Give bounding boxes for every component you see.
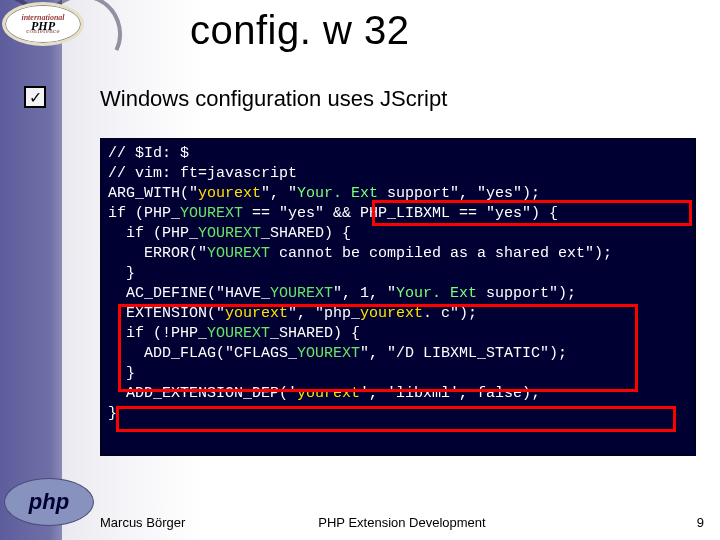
code-line-4c: == "yes" xyxy=(243,205,324,222)
code-kw-yourext-upper: YOUREXT xyxy=(180,205,243,222)
code-line-11a: ADD_FLAG("CFLAGS_ xyxy=(108,345,297,362)
code-kw: Your. Ext xyxy=(396,285,477,302)
code-line-13c: ', 'libxml', false); xyxy=(360,385,540,402)
checkmark-icon: ✓ xyxy=(29,88,42,107)
slide: international PHP conference ✓ config. w… xyxy=(0,0,720,540)
footer: Marcus Börger PHP Extension Development … xyxy=(100,515,704,530)
code-line-8c: ", 1, " xyxy=(333,285,396,302)
code-line-2: // vim: ft=javascript xyxy=(108,165,297,182)
code-line-3e: support", "yes"); xyxy=(378,185,540,202)
code-line-9c: ", "php_ xyxy=(288,305,360,322)
code-line-9a: EXTENSION(" xyxy=(108,305,225,322)
footer-author: Marcus Börger xyxy=(100,515,185,530)
code-kw: yourext xyxy=(225,305,288,322)
code-kw: YOUREXT xyxy=(207,245,270,262)
code-line-4d: && PHP_LIBXML == "yes") xyxy=(324,205,540,222)
code-line-4e: { xyxy=(540,205,558,222)
code-line-5a: if (PHP_ xyxy=(108,225,198,242)
conference-badge: international PHP conference xyxy=(2,2,84,46)
slide-title: config. w 32 xyxy=(190,8,409,53)
code-line-1: // $Id: $ xyxy=(108,145,189,162)
code-line-5c: _SHARED) { xyxy=(261,225,351,242)
footer-title: PHP Extension Development xyxy=(318,515,485,530)
code-kw: YOUREXT xyxy=(198,225,261,242)
code-line-6a: ERROR(" xyxy=(108,245,207,262)
code-line-10a: if (!PHP_ xyxy=(108,325,207,342)
slide-subtitle: Windows configuration uses JScript xyxy=(100,86,447,112)
code-kw: YOUREXT xyxy=(207,325,270,342)
code-kw: YOUREXT xyxy=(297,345,360,362)
highlight-box-3 xyxy=(116,406,676,432)
badge-line3: conference xyxy=(21,28,64,35)
code-line-3c: ", " xyxy=(261,185,297,202)
php-logo: php xyxy=(4,478,94,526)
code-kw: YOUREXT xyxy=(270,285,333,302)
code-kw: yourext xyxy=(297,385,360,402)
code-kw-yourext-cap: Your. Ext xyxy=(297,185,378,202)
code-line-12: } xyxy=(108,365,135,382)
code-kw-yourext: yourext xyxy=(198,185,261,202)
code-block: // $Id: $ // vim: ft=javascript ARG_WITH… xyxy=(100,138,696,456)
code-line-8a: AC_DEFINE("HAVE_ xyxy=(108,285,270,302)
code-line-4a: if (PHP_ xyxy=(108,205,180,222)
code-line-8e: support"); xyxy=(477,285,576,302)
badge-text: international PHP conference xyxy=(21,14,64,35)
code-kw: yourext xyxy=(360,305,423,322)
code-line-7: } xyxy=(108,265,135,282)
code-line-13a: ADD_EXTENSION_DEP(' xyxy=(108,385,297,402)
code-line-9e: . c"); xyxy=(423,305,477,322)
code-line-6c: cannot be compiled as a shared ext"); xyxy=(270,245,612,262)
php-logo-text: php xyxy=(29,489,69,515)
code-line-10c: _SHARED) { xyxy=(270,325,360,342)
code-line-14: } xyxy=(108,405,117,422)
bullet-checkbox-icon: ✓ xyxy=(24,86,46,108)
footer-page-number: 9 xyxy=(697,515,704,530)
code-line-3a: ARG_WITH(" xyxy=(108,185,198,202)
code-line-11c: ", "/D LIBXML_STATIC"); xyxy=(360,345,567,362)
